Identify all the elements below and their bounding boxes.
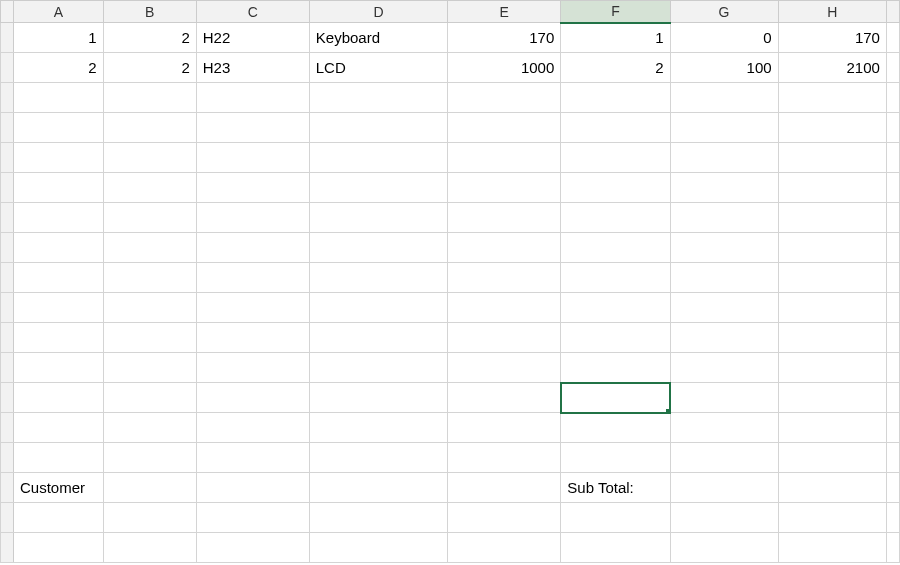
cell[interactable] [103,323,196,353]
cell[interactable] [670,233,778,263]
cell[interactable] [886,263,899,293]
col-header-B[interactable]: B [103,1,196,23]
cell[interactable] [103,353,196,383]
cell[interactable]: Keyboard [309,23,447,53]
cell[interactable]: 2 [103,23,196,53]
cell[interactable] [196,173,309,203]
cell[interactable] [103,263,196,293]
cell[interactable] [196,263,309,293]
cell[interactable] [103,293,196,323]
subtotal-label[interactable]: Sub Total: [561,473,670,503]
cell[interactable] [886,353,899,383]
customer-label[interactable]: Customer [14,473,104,503]
cell[interactable] [14,533,104,563]
cell[interactable] [196,383,309,413]
cell[interactable] [448,263,561,293]
cell[interactable] [103,173,196,203]
cell[interactable] [670,383,778,413]
row-header[interactable] [1,533,14,563]
cell[interactable] [14,293,104,323]
cell[interactable] [14,263,104,293]
cell[interactable] [886,383,899,413]
cell[interactable]: 2 [14,53,104,83]
cell[interactable] [886,233,899,263]
spreadsheet-grid[interactable]: A B C D E F G H 1 2 H22 Keyboard 170 1 0… [0,0,900,563]
cell[interactable] [103,113,196,143]
cell[interactable] [670,113,778,143]
cell[interactable]: 1 [14,23,104,53]
col-header-D[interactable]: D [309,1,447,23]
cell[interactable] [309,323,447,353]
row-header[interactable] [1,203,14,233]
cell[interactable] [561,113,670,143]
cell[interactable] [778,173,886,203]
cell[interactable] [670,263,778,293]
cell[interactable]: H23 [196,53,309,83]
cell[interactable] [561,233,670,263]
cell[interactable] [196,143,309,173]
cell[interactable] [886,323,899,353]
cell[interactable] [561,263,670,293]
col-header-H[interactable]: H [778,1,886,23]
cell[interactable] [309,353,447,383]
cell[interactable] [561,173,670,203]
cell[interactable] [778,473,886,503]
cell[interactable] [448,173,561,203]
cell[interactable] [561,293,670,323]
cell[interactable] [886,23,899,53]
cell[interactable] [103,413,196,443]
cell[interactable] [778,233,886,263]
cell[interactable] [561,443,670,473]
selected-cell[interactable] [561,383,670,413]
row-header[interactable] [1,503,14,533]
cell[interactable] [103,473,196,503]
cell[interactable]: 2 [561,53,670,83]
col-header-tail[interactable] [886,1,899,23]
cell[interactable] [196,233,309,263]
cell[interactable] [561,503,670,533]
cell[interactable] [670,173,778,203]
cell[interactable] [14,203,104,233]
cell[interactable] [670,503,778,533]
cell[interactable] [886,113,899,143]
row-header[interactable] [1,113,14,143]
cell[interactable] [14,503,104,533]
cell[interactable] [103,533,196,563]
cell[interactable] [196,533,309,563]
cell[interactable] [448,83,561,113]
cell[interactable] [778,113,886,143]
col-header-F[interactable]: F [561,1,670,23]
cell[interactable] [309,263,447,293]
cell[interactable] [309,443,447,473]
col-header-E[interactable]: E [448,1,561,23]
cell[interactable] [14,143,104,173]
row-header[interactable] [1,353,14,383]
cell[interactable] [448,323,561,353]
row-header[interactable] [1,413,14,443]
cell[interactable] [670,323,778,353]
cell[interactable] [886,473,899,503]
cell[interactable] [448,473,561,503]
cell[interactable] [886,143,899,173]
cell[interactable] [103,233,196,263]
cell[interactable] [448,353,561,383]
row-header[interactable] [1,443,14,473]
cell[interactable] [309,173,447,203]
cell[interactable]: 170 [448,23,561,53]
col-header-C[interactable]: C [196,1,309,23]
row-header[interactable] [1,143,14,173]
row-header[interactable] [1,293,14,323]
cell[interactable] [778,503,886,533]
col-header-G[interactable]: G [670,1,778,23]
cell[interactable] [309,83,447,113]
cell[interactable] [103,203,196,233]
cell[interactable] [14,443,104,473]
row-header[interactable] [1,473,14,503]
cell[interactable] [886,293,899,323]
cell[interactable] [670,293,778,323]
cell[interactable] [886,203,899,233]
cell[interactable] [448,443,561,473]
row-header[interactable] [1,263,14,293]
cell[interactable] [561,203,670,233]
cell[interactable] [103,383,196,413]
